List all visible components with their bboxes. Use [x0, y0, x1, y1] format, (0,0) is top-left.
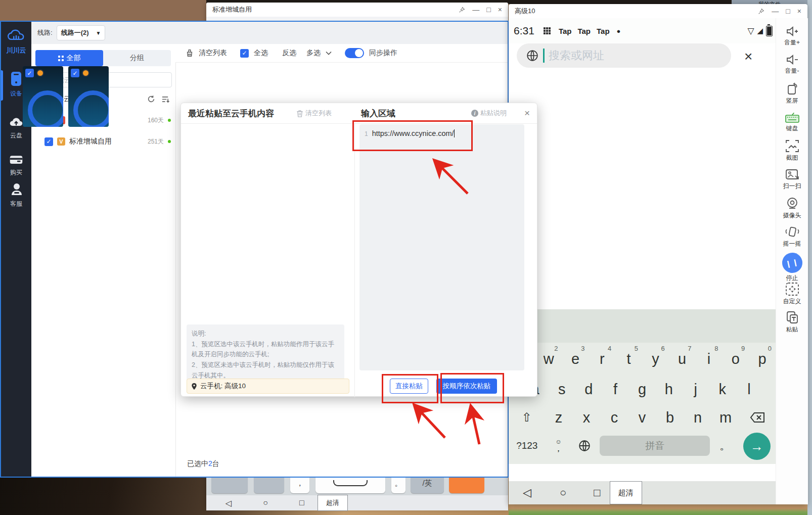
- back-icon[interactable]: ◁: [523, 486, 531, 499]
- screenshot-icon: [785, 139, 799, 153]
- backspace-key[interactable]: [740, 404, 776, 431]
- chevron-down-icon: ▼: [96, 30, 101, 36]
- checkbox-checked[interactable]: ✓: [44, 137, 53, 146]
- select-all-checkbox[interactable]: ✓: [240, 49, 249, 58]
- line-select[interactable]: 线路一(2) ▼: [57, 25, 106, 40]
- refresh-icon[interactable]: [147, 95, 155, 103]
- control-stop[interactable]: ❙❙ 停止: [776, 253, 808, 283]
- symbols-key[interactable]: ?123: [509, 433, 546, 459]
- control-volume-up[interactable]: 音量+: [776, 25, 808, 47]
- minimize-button[interactable]: —: [472, 6, 479, 13]
- home-icon[interactable]: ○: [263, 498, 268, 507]
- paste-input-area[interactable]: 1 https://www.ccynice.com/: [359, 124, 524, 370]
- control-keyboard[interactable]: 键盘: [776, 111, 808, 133]
- control-custom[interactable]: 自定义: [776, 282, 808, 306]
- key-t[interactable]: t5: [615, 346, 642, 372]
- invert-select-button[interactable]: 反选: [282, 49, 296, 58]
- maximize-button[interactable]: □: [786, 8, 790, 15]
- sidebar-item-support[interactable]: 客服: [1, 182, 31, 208]
- maximize-button[interactable]: □: [486, 6, 490, 13]
- paste-help-link[interactable]: i 粘贴说明: [471, 109, 507, 118]
- key-y[interactable]: y6: [642, 346, 669, 372]
- grid-icon: [58, 56, 64, 61]
- key-i[interactable]: i8: [696, 346, 723, 372]
- key-u[interactable]: u7: [669, 346, 696, 372]
- key-d[interactable]: d: [575, 376, 602, 402]
- trash-icon: [296, 110, 303, 117]
- cloud-logo-icon: [7, 28, 26, 43]
- shift-key[interactable]: ⇧: [509, 404, 545, 431]
- tab-all[interactable]: 全部: [35, 50, 103, 66]
- select-all-label[interactable]: 全选: [254, 49, 268, 58]
- key-k[interactable]: k: [709, 376, 736, 402]
- key-v[interactable]: v: [628, 404, 656, 431]
- control-paste[interactable]: 粘贴: [776, 310, 808, 334]
- scan-image-icon: [785, 168, 799, 181]
- key-m[interactable]: m: [712, 404, 740, 431]
- period-key[interactable]: 。: [712, 433, 738, 459]
- tab-group[interactable]: 分组: [103, 50, 171, 66]
- chevron-down-icon[interactable]: [326, 51, 332, 55]
- phone-thumbnail[interactable]: ✓: [23, 66, 63, 127]
- key-f[interactable]: f: [602, 376, 629, 402]
- key-n[interactable]: n: [684, 404, 712, 431]
- browser-search-bar[interactable]: 搜索或网址: [517, 43, 731, 68]
- keyboard-toolbar[interactable]: [509, 309, 776, 343]
- key-o[interactable]: o9: [722, 346, 749, 372]
- key-g[interactable]: g: [629, 376, 656, 402]
- phone-navbar: ◁ ○ □ 超清: [509, 481, 776, 504]
- recents-icon[interactable]: □: [594, 486, 600, 499]
- close-button[interactable]: ×: [797, 8, 801, 15]
- control-rotate[interactable]: 竖屏: [776, 82, 808, 105]
- key-w[interactable]: w2: [535, 346, 562, 372]
- key-b[interactable]: b: [656, 404, 684, 431]
- device-row[interactable]: ✓ V 标准增城自用 251天: [44, 137, 171, 146]
- close-button[interactable]: ×: [498, 6, 502, 13]
- multi-select-button[interactable]: 多选: [306, 49, 321, 58]
- quality-badge[interactable]: 超清: [610, 481, 642, 504]
- key-z[interactable]: z: [545, 404, 573, 431]
- space-key[interactable]: 拼音: [600, 436, 710, 456]
- recents-icon[interactable]: □: [299, 498, 304, 507]
- key-p[interactable]: p0: [749, 346, 776, 372]
- key-r[interactable]: r4: [589, 346, 615, 372]
- key-row-1: q1 w2 e3 r4 t5 y6 u7 i8 o9 p0: [509, 343, 776, 375]
- control-shake[interactable]: 摇一摇: [776, 225, 808, 248]
- info-icon: i: [471, 110, 478, 117]
- dialog-close-icon[interactable]: ×: [524, 108, 530, 119]
- home-icon[interactable]: ○: [560, 486, 566, 499]
- thumb-checkbox[interactable]: ✓: [71, 69, 79, 77]
- key-e[interactable]: e3: [562, 346, 589, 372]
- wallet-icon: [9, 154, 23, 165]
- key-h[interactable]: h: [655, 376, 682, 402]
- control-screenshot[interactable]: 截图: [776, 139, 808, 162]
- notif-tap: Tap: [597, 27, 610, 35]
- sync-label: 同步操作: [369, 49, 397, 58]
- enter-key[interactable]: →: [743, 433, 771, 460]
- quality-badge[interactable]: 超清: [318, 495, 348, 511]
- pin-icon[interactable]: [459, 7, 465, 13]
- sort-icon[interactable]: [161, 96, 170, 103]
- key-c[interactable]: c: [601, 404, 628, 431]
- pin-icon[interactable]: [758, 8, 764, 15]
- clear-list-button[interactable]: 清空列表: [199, 49, 227, 58]
- thumb-checkbox[interactable]: ✓: [25, 69, 34, 77]
- key-j[interactable]: j: [682, 376, 709, 402]
- key-x[interactable]: x: [573, 404, 601, 431]
- comma-emoji-key[interactable]: ☺，: [546, 433, 572, 459]
- key-s[interactable]: s: [549, 376, 575, 402]
- control-camera[interactable]: 摄像头: [776, 196, 808, 220]
- phone-thumbnail[interactable]: ✓: [68, 66, 109, 127]
- globe-icon: [526, 49, 539, 62]
- key-l[interactable]: l: [736, 376, 762, 402]
- app-grid-icon: [544, 27, 551, 34]
- ime-globe-key[interactable]: [571, 433, 598, 459]
- sync-toggle[interactable]: [345, 48, 364, 58]
- control-scan[interactable]: 扫一扫: [776, 168, 808, 191]
- dialog-clear-list-button[interactable]: 清空列表: [296, 109, 332, 118]
- back-icon[interactable]: ◁: [225, 498, 232, 508]
- minimize-button[interactable]: —: [772, 8, 779, 15]
- control-volume-down[interactable]: 音量-: [776, 54, 808, 75]
- cancel-search-icon[interactable]: ×: [744, 49, 752, 65]
- sidebar-item-buy[interactable]: 购买: [1, 154, 31, 177]
